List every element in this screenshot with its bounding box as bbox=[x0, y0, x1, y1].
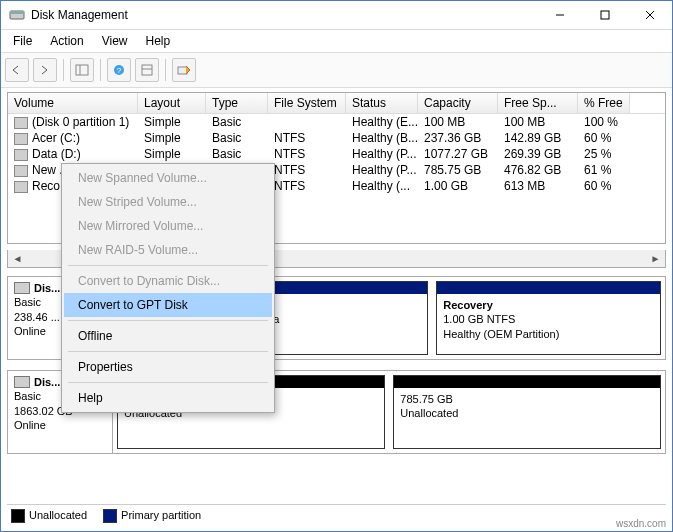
context-menu-separator bbox=[68, 265, 268, 266]
help-button[interactable]: ? bbox=[107, 58, 131, 82]
cell-status: Healthy (... bbox=[346, 178, 418, 194]
partition-line1: 785.75 GB bbox=[400, 392, 654, 406]
cell-pct: 60 % bbox=[578, 178, 630, 194]
app-icon bbox=[9, 7, 25, 23]
volume-icon bbox=[14, 181, 28, 193]
disk-name: Dis... bbox=[34, 375, 60, 389]
watermark: wsxdn.com bbox=[616, 518, 666, 529]
cell-type: Basic bbox=[206, 130, 268, 146]
swatch-unallocated bbox=[11, 509, 25, 523]
col-status[interactable]: Status bbox=[346, 93, 418, 113]
cell-fs: NTFS bbox=[268, 178, 346, 194]
cell-fs: NTFS bbox=[268, 146, 346, 162]
toolbar: ? bbox=[1, 53, 672, 88]
legend-primary-label: Primary partition bbox=[121, 509, 201, 521]
svg-rect-1 bbox=[10, 11, 24, 14]
volume-name-cell: Acer (C:) bbox=[8, 130, 138, 146]
partition-line1: 1.00 GB NTFS bbox=[443, 312, 654, 326]
col-volume[interactable]: Volume bbox=[8, 93, 138, 113]
cell-capacity: 1077.27 GB bbox=[418, 146, 498, 162]
context-menu[interactable]: New Spanned Volume...New Striped Volume.… bbox=[61, 163, 275, 413]
window-frame: Disk Management File Action View Help ? … bbox=[0, 0, 673, 532]
volume-list-header-row: Volume Layout Type File System Status Ca… bbox=[8, 93, 665, 114]
titlebar: Disk Management bbox=[1, 1, 672, 30]
window-title: Disk Management bbox=[31, 8, 537, 22]
context-menu-separator bbox=[68, 382, 268, 383]
partition-stripe bbox=[394, 376, 660, 388]
legend-unallocated-label: Unallocated bbox=[29, 509, 87, 521]
svg-text:?: ? bbox=[117, 66, 122, 75]
forward-button[interactable] bbox=[33, 58, 57, 82]
cell-status: Healthy (E... bbox=[346, 114, 418, 130]
col-filesystem[interactable]: File System bbox=[268, 93, 346, 113]
volume-icon bbox=[14, 117, 28, 129]
context-menu-item[interactable]: Properties bbox=[64, 355, 272, 379]
show-hide-console-tree-button[interactable] bbox=[70, 58, 94, 82]
cell-status: Healthy (B... bbox=[346, 130, 418, 146]
col-capacity[interactable]: Capacity bbox=[418, 93, 498, 113]
context-menu-item: New Spanned Volume... bbox=[64, 166, 272, 190]
window-controls bbox=[537, 1, 672, 29]
disk-name: Dis... bbox=[34, 281, 60, 295]
volume-row[interactable]: Acer (C:)SimpleBasicNTFSHealthy (B...237… bbox=[8, 130, 665, 146]
toolbar-separator bbox=[100, 59, 101, 81]
cell-pct: 25 % bbox=[578, 146, 630, 162]
scroll-right-icon[interactable]: ► bbox=[648, 252, 663, 265]
context-menu-item: Convert to Dynamic Disk... bbox=[64, 269, 272, 293]
legend: Unallocated Primary partition bbox=[7, 504, 666, 531]
context-menu-item[interactable]: Help bbox=[64, 386, 272, 410]
cell-fs: NTFS bbox=[268, 162, 346, 178]
col-pct[interactable]: % Free bbox=[578, 93, 630, 113]
menu-action[interactable]: Action bbox=[42, 32, 91, 50]
context-menu-item[interactable]: Offline bbox=[64, 324, 272, 348]
cell-layout: Simple bbox=[138, 146, 206, 162]
context-menu-item: New Mirrored Volume... bbox=[64, 214, 272, 238]
cell-capacity: 237.36 GB bbox=[418, 130, 498, 146]
maximize-button[interactable] bbox=[582, 1, 627, 29]
cell-layout: Simple bbox=[138, 130, 206, 146]
partition-line2: Unallocated bbox=[400, 406, 654, 420]
cell-free: 476.82 GB bbox=[498, 162, 578, 178]
partition[interactable]: 785.75 GBUnallocated bbox=[393, 375, 661, 449]
cell-free: 142.89 GB bbox=[498, 130, 578, 146]
disk-state: Online bbox=[14, 418, 106, 432]
menu-help[interactable]: Help bbox=[138, 32, 179, 50]
legend-primary: Primary partition bbox=[103, 509, 201, 531]
legend-unallocated: Unallocated bbox=[11, 509, 87, 531]
cell-free: 100 MB bbox=[498, 114, 578, 130]
cell-type: Basic bbox=[206, 114, 268, 130]
cell-pct: 100 % bbox=[578, 114, 630, 130]
close-button[interactable] bbox=[627, 1, 672, 29]
volume-icon bbox=[14, 133, 28, 145]
col-layout[interactable]: Layout bbox=[138, 93, 206, 113]
partition-stripe bbox=[437, 282, 660, 294]
col-type[interactable]: Type bbox=[206, 93, 268, 113]
scroll-left-icon[interactable]: ◄ bbox=[10, 252, 25, 265]
col-free[interactable]: Free Sp... bbox=[498, 93, 578, 113]
cell-fs: NTFS bbox=[268, 130, 346, 146]
minimize-button[interactable] bbox=[537, 1, 582, 29]
refresh-button[interactable] bbox=[135, 58, 159, 82]
cell-capacity: 1.00 GB bbox=[418, 178, 498, 194]
context-menu-separator bbox=[68, 351, 268, 352]
volume-row[interactable]: (Disk 0 partition 1)SimpleBasicHealthy (… bbox=[8, 114, 665, 130]
swatch-primary bbox=[103, 509, 117, 523]
context-menu-item[interactable]: Convert to GPT Disk bbox=[64, 293, 272, 317]
cell-layout: Simple bbox=[138, 114, 206, 130]
partition[interactable]: Recovery1.00 GB NTFSHealthy (OEM Partiti… bbox=[436, 281, 661, 355]
volume-row[interactable]: Data (D:)SimpleBasicNTFSHealthy (P...107… bbox=[8, 146, 665, 162]
toolbar-separator bbox=[63, 59, 64, 81]
disk-icon bbox=[14, 282, 30, 294]
context-menu-item: New RAID-5 Volume... bbox=[64, 238, 272, 262]
cell-status: Healthy (P... bbox=[346, 146, 418, 162]
context-menu-separator bbox=[68, 320, 268, 321]
svg-rect-12 bbox=[178, 67, 187, 74]
back-button[interactable] bbox=[5, 58, 29, 82]
svg-rect-10 bbox=[142, 65, 152, 75]
cell-type: Basic bbox=[206, 146, 268, 162]
actions-button[interactable] bbox=[172, 58, 196, 82]
volume-name-cell: (Disk 0 partition 1) bbox=[8, 114, 138, 130]
menu-view[interactable]: View bbox=[94, 32, 136, 50]
volume-name-cell: Data (D:) bbox=[8, 146, 138, 162]
menu-file[interactable]: File bbox=[5, 32, 40, 50]
